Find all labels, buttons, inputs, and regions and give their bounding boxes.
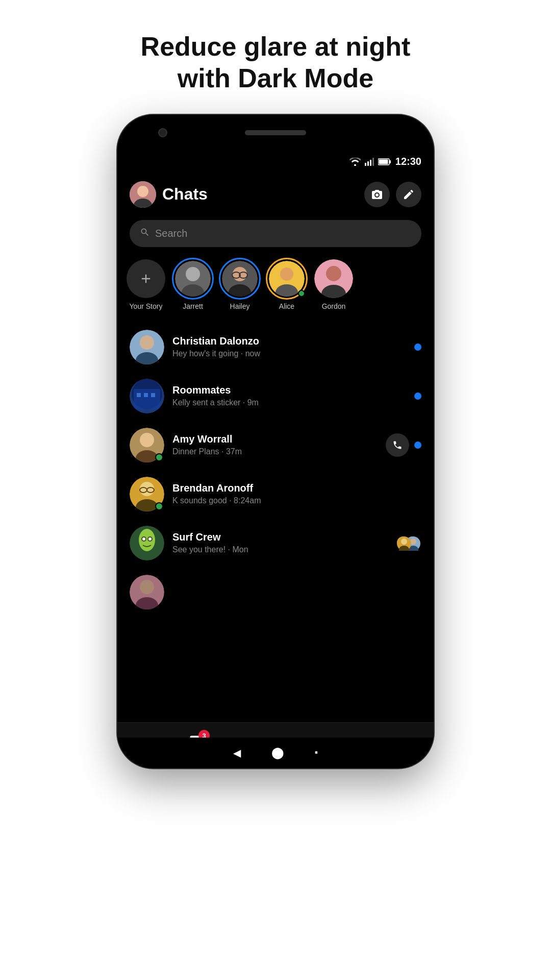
chat-item-surf-crew[interactable]: Surf Crew See you there! · Mon [117, 519, 434, 568]
christian-name: Christian Dalonzo [172, 335, 406, 347]
svg-point-8 [137, 186, 148, 197]
svg-point-47 [148, 537, 152, 541]
surf-crew-name: Surf Crew [172, 531, 388, 543]
christian-info: Christian Dalonzo Hey how's it going · n… [172, 335, 406, 358]
compose-button[interactable] [396, 182, 421, 207]
amy-avatar [130, 428, 164, 462]
roommates-actions [414, 393, 421, 400]
chat-item-amy[interactable]: Amy Worrall Dinner Plans · 37m [117, 421, 434, 470]
stories-row: Your Story Jarrett [117, 251, 434, 318]
search-bar[interactable]: Search [130, 220, 421, 247]
hailey-avatar [220, 259, 259, 298]
amy-info: Amy Worrall Dinner Plans · 37m [172, 433, 378, 456]
gordon-label: Gordon [322, 302, 346, 310]
amy-preview: Dinner Plans · 37m [172, 447, 378, 456]
christian-actions [414, 344, 421, 351]
surf-crew-info: Surf Crew See you there! · Mon [172, 531, 388, 554]
svg-rect-32 [151, 393, 155, 397]
alice-label: Alice [279, 302, 294, 310]
phone-top-bar [117, 115, 434, 151]
surf-crew-avatar [130, 526, 164, 560]
story-jarrett[interactable]: Jarrett [172, 259, 213, 310]
signal-icon [365, 158, 374, 166]
headline-line1: Reduce glare at night [141, 32, 411, 61]
svg-rect-6 [379, 159, 388, 164]
svg-rect-31 [144, 393, 148, 397]
app-content: Chats Search [117, 173, 434, 768]
jarrett-label: Jarrett [183, 302, 203, 310]
gordon-avatar [314, 259, 353, 298]
headline-line2: with Dark Mode [178, 63, 373, 93]
app-header: Chats [117, 173, 434, 216]
christian-preview: Hey how's it going · now [172, 349, 406, 358]
brendan-info: Brendan Aronoff K sounds good · 8:24am [172, 482, 413, 505]
chat-item-roommates[interactable]: Roommates Kelly sent a sticker · 9m [117, 372, 434, 421]
svg-rect-2 [370, 160, 371, 166]
svg-point-55 [140, 580, 154, 594]
svg-point-46 [142, 537, 145, 541]
svg-point-34 [140, 433, 154, 447]
chat-item-brendan[interactable]: Brendan Aronoff K sounds good · 8:24am [117, 470, 434, 519]
chat-item-partial[interactable] [117, 568, 434, 617]
search-placeholder: Search [155, 228, 187, 239]
phone-bottom-bar: ◀ ⬤ ▪ [117, 738, 434, 768]
svg-rect-5 [389, 160, 391, 163]
story-gordon[interactable]: Gordon [313, 259, 354, 310]
svg-rect-1 [367, 161, 369, 166]
svg-rect-30 [137, 393, 141, 397]
roommates-avatar [130, 379, 164, 413]
user-avatar[interactable] [130, 181, 156, 208]
home-gesture[interactable]: ⬤ [271, 746, 284, 760]
phone-speaker [245, 130, 306, 135]
add-story-button[interactable] [127, 259, 165, 298]
svg-rect-0 [365, 163, 366, 166]
unread-indicator [414, 344, 421, 351]
story-your-story[interactable]: Your Story [126, 259, 166, 310]
alice-avatar [267, 259, 306, 298]
hailey-label: Hailey [230, 302, 250, 310]
brendan-preview: K sounds good · 8:24am [172, 496, 413, 505]
back-gesture[interactable]: ◀ [233, 747, 241, 759]
your-story-label: Your Story [130, 302, 163, 310]
status-time: 12:30 [395, 156, 421, 167]
brendan-online-dot [155, 502, 163, 510]
svg-point-43 [139, 529, 155, 551]
wifi-icon [349, 158, 361, 166]
camera-button[interactable] [364, 182, 390, 207]
svg-point-49 [401, 538, 407, 545]
amy-name: Amy Worrall [172, 433, 378, 445]
unread-indicator [414, 393, 421, 400]
amy-actions [386, 433, 421, 457]
surf-crew-group-avatars [396, 535, 421, 551]
brendan-avatar [130, 477, 164, 511]
unread-indicator [414, 442, 421, 449]
roommates-info: Roommates Kelly sent a sticker · 9m [172, 384, 406, 407]
story-alice[interactable]: Alice [266, 259, 307, 310]
svg-point-22 [326, 266, 341, 281]
app-title: Chats [162, 185, 358, 204]
amy-call-button[interactable] [386, 433, 409, 457]
christian-avatar [130, 330, 164, 364]
svg-rect-29 [134, 389, 160, 409]
recents-gesture[interactable]: ▪ [315, 747, 318, 758]
phone-frame: 12:30 Chats [117, 115, 434, 768]
chat-list: Christian Dalonzo Hey how's it going · n… [117, 318, 434, 621]
amy-online-dot [155, 453, 163, 461]
partial-avatar [130, 575, 164, 609]
surf-crew-actions [396, 535, 421, 551]
roommates-name: Roommates [172, 384, 406, 396]
jarrett-avatar [173, 259, 212, 298]
story-hailey[interactable]: Hailey [219, 259, 260, 310]
roommates-preview: Kelly sent a sticker · 9m [172, 398, 406, 407]
svg-point-25 [140, 335, 154, 350]
battery-icon [378, 158, 391, 165]
phone-camera [158, 128, 167, 137]
brendan-name: Brendan Aronoff [172, 482, 413, 494]
surf-crew-preview: See you there! · Mon [172, 545, 388, 554]
svg-point-11 [186, 267, 200, 281]
page-headline: Reduce glare at night with Dark Mode [100, 0, 452, 115]
status-bar: 12:30 [117, 151, 434, 173]
chat-item-christian[interactable]: Christian Dalonzo Hey how's it going · n… [117, 323, 434, 372]
search-icon [140, 227, 150, 240]
svg-point-19 [280, 267, 293, 281]
